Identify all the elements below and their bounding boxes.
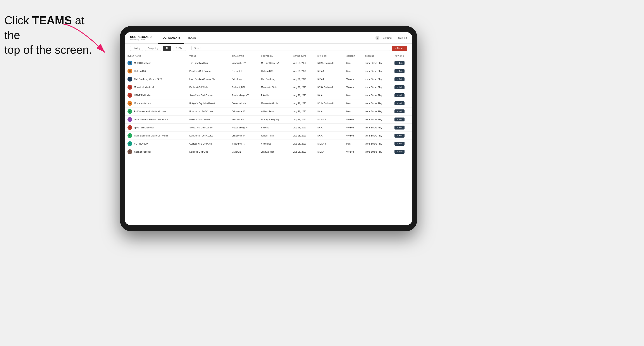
edit-button[interactable]: ✏ Edit (394, 126, 404, 130)
cell-hosted-by: Murray State (OK) (258, 116, 291, 124)
cell-actions: ✏ Edit (392, 75, 412, 83)
edit-button[interactable]: ✏ Edit (394, 93, 404, 97)
cell-actions: ✏ Edit (392, 59, 412, 67)
cell-city: Prestonsburg, KY (229, 124, 258, 132)
cell-hosted-by: Highland CC (258, 67, 291, 75)
edit-button[interactable]: ✏ Edit (394, 109, 404, 113)
filter-label: Filter (178, 47, 183, 49)
event-icon: C (128, 77, 132, 82)
table-row: H Highland 36 Park Hills Golf Course Fre… (125, 67, 412, 75)
edit-button[interactable]: ✏ Edit (394, 150, 404, 154)
col-division: DIVISION (315, 53, 344, 59)
edit-button[interactable]: ✏ Edit (394, 134, 404, 138)
cell-start-date: Aug 28, 2023 (291, 148, 315, 156)
cell-division: NICAA II (315, 116, 344, 124)
cell-scoring: team, Stroke Play (362, 108, 392, 116)
arrow-indicator (61, 22, 126, 65)
cell-division: NCAA Division III (315, 99, 344, 108)
event-name-text: Klash at Kokopelli (134, 151, 152, 153)
table-row: C Carl Sandburg Women FA23 Lake Bracken … (125, 75, 412, 83)
cell-venue: Kokopelli Golf Club (187, 148, 229, 156)
create-button[interactable]: + Create (392, 46, 407, 51)
cell-division: NCAA Division III (315, 59, 344, 67)
hosting-button[interactable]: Hosting (130, 46, 143, 51)
settings-icon[interactable]: ⚙ (376, 36, 380, 40)
cell-event-name: 2 2023 Women's Hesston Fall Kickoff (125, 116, 187, 124)
event-icon: F (128, 109, 132, 114)
cell-gender: Men (344, 140, 362, 148)
competing-button[interactable]: Competing (145, 46, 161, 51)
signout-link[interactable]: Sign out (398, 37, 407, 39)
cell-venue: StoneCrest Golf Course (187, 91, 229, 99)
cell-gender: Women (344, 75, 362, 83)
cell-scoring: team, Stroke Play (362, 91, 392, 99)
tab-tournaments[interactable]: TOURNAMENTS (158, 32, 184, 44)
filter-button[interactable]: ☰ Filter (173, 46, 186, 51)
cell-venue: Ruttger's Bay Lake Resort (187, 99, 229, 108)
all-button[interactable]: All (163, 46, 171, 51)
cell-actions: ✏ Edit (392, 108, 412, 116)
cell-gender: Men (344, 67, 362, 75)
cell-venue: StoneCrest Golf Course (187, 124, 229, 132)
cell-start-date: Aug 28, 2023 (291, 124, 315, 132)
event-icon: V (128, 141, 132, 146)
edit-button[interactable]: ✏ Edit (394, 101, 404, 105)
cell-division: NICAA I (315, 67, 344, 75)
event-icon: M (128, 101, 132, 106)
cell-start-date: Aug 24, 2023 (291, 59, 315, 67)
table-container: EVENT NAME VENUE CITY, STATE HOSTED BY S… (125, 53, 412, 225)
cell-event-name: K Klash at Kokopelli (125, 148, 187, 156)
cell-city: Newburgh, NY (229, 59, 258, 67)
cell-city: Oskaloosa, IA (229, 108, 258, 116)
cell-city: Galesburg, IL (229, 75, 258, 83)
event-name-text: Fall Statesmen Invitational - Women (134, 135, 169, 137)
cell-start-date: Aug 28, 2023 (291, 140, 315, 148)
cell-hosted-by: William Penn (258, 108, 291, 116)
cell-actions: ✏ Edit (392, 124, 412, 132)
col-venue: VENUE (187, 53, 229, 59)
cell-city: Marion, IL (229, 148, 258, 156)
cell-hosted-by: Pikeville (258, 124, 291, 132)
cell-event-name: C Carl Sandburg Women FA23 (125, 75, 187, 83)
cell-division: NAIA (315, 108, 344, 116)
edit-button[interactable]: ✏ Edit (394, 118, 404, 121)
cell-gender: Women (344, 132, 362, 140)
event-icon: K (128, 149, 132, 154)
cell-gender: Men (344, 108, 362, 116)
cell-event-name: U UPIKE Fall Invite (125, 91, 187, 99)
edit-button[interactable]: ✏ Edit (394, 69, 404, 73)
nav-separator: | (395, 37, 396, 39)
cell-actions: ✏ Edit (392, 99, 412, 108)
cell-division: NICAA II (315, 140, 344, 148)
event-icon: 2 (128, 117, 132, 122)
cell-venue: Faribault Golf Club (187, 83, 229, 91)
event-name-text: upike fall invitational (134, 127, 154, 129)
cell-venue: Edmundson Golf Course (187, 108, 229, 116)
table-row: U UPIKE Fall Invite StoneCrest Golf Cour… (125, 91, 412, 99)
cell-gender: Women (344, 124, 362, 132)
nav-bar: SCOREBOARD Powered by Clippit TOURNAMENT… (125, 32, 412, 44)
event-name-text: VU PREVIEW (134, 143, 148, 145)
edit-button[interactable]: ✏ Edit (394, 142, 404, 146)
cell-division: NICAA I (315, 75, 344, 83)
edit-button[interactable]: ✏ Edit (394, 77, 404, 81)
cell-gender: Men (344, 99, 362, 108)
cell-event-name: V VU PREVIEW (125, 140, 187, 148)
cell-event-name: M MSMC Qualifying 1 (125, 59, 187, 67)
cell-event-name: F Fall Statesmen Invitational - Men (125, 108, 187, 116)
edit-button[interactable]: ✏ Edit (394, 85, 404, 89)
tab-teams[interactable]: TEAMS (184, 32, 200, 44)
col-start-date: START DATE (291, 53, 315, 59)
search-input[interactable] (192, 46, 390, 51)
col-gender: GENDER (344, 53, 362, 59)
cell-scoring: team, Stroke Play (362, 99, 392, 108)
cell-hosted-by: William Penn (258, 132, 291, 140)
col-hosted-by: HOSTED BY (258, 53, 291, 59)
col-city-state: CITY, STATE (229, 53, 258, 59)
cell-venue: Lake Bracken Country Club (187, 75, 229, 83)
cell-start-date: Aug 28, 2023 (291, 132, 315, 140)
cell-start-date: Aug 25, 2023 (291, 67, 315, 75)
edit-button[interactable]: ✏ Edit (394, 61, 404, 65)
cell-city: Oskaloosa, IA (229, 132, 258, 140)
cell-actions: ✏ Edit (392, 132, 412, 140)
